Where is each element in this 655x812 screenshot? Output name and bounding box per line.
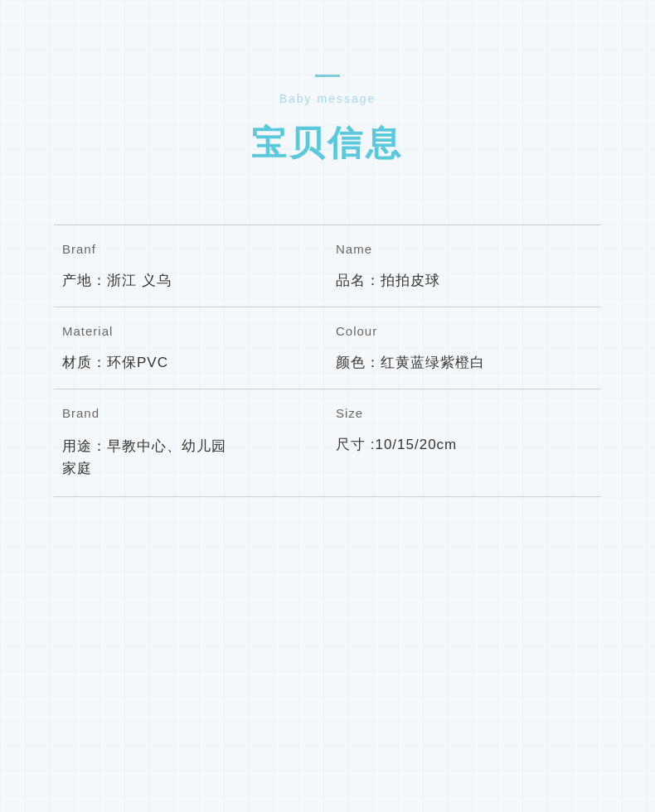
cell-label-brand: Brand (62, 406, 319, 420)
cell-label-colour: Colour (336, 324, 593, 338)
row-content: Material 材质：环保PVC Colour 颜色：红黄蓝绿紫橙白 (54, 307, 601, 389)
cell-branf: Branf 产地：浙江 义乌 (54, 225, 328, 307)
cell-brand: Brand 用途：早教中心、幼儿园家庭 (54, 389, 328, 496)
table-row: Material 材质：环保PVC Colour 颜色：红黄蓝绿紫橙白 (54, 307, 601, 389)
header-section: Baby message 宝贝信息 (0, 0, 655, 191)
header-divider-line (315, 75, 340, 77)
cell-value-product-name: 品名：拍拍皮球 (336, 271, 593, 298)
page-container: Baby message 宝贝信息 Branf 产地：浙江 义乌 Name 品名… (0, 0, 655, 812)
info-table: Branf 产地：浙江 义乌 Name 品名：拍拍皮球 Material 材质：… (54, 225, 601, 497)
cell-label-name: Name (336, 242, 593, 256)
header-subtitle: Baby message (279, 92, 376, 105)
cell-value-usage: 用途：早教中心、幼儿园家庭 (62, 435, 319, 488)
cell-value-colour: 颜色：红黄蓝绿紫橙白 (336, 353, 593, 380)
table-row: Branf 产地：浙江 义乌 Name 品名：拍拍皮球 (54, 225, 601, 307)
cell-value-material: 材质：环保PVC (62, 353, 319, 380)
row-content: Branf 产地：浙江 义乌 Name 品名：拍拍皮球 (54, 225, 601, 307)
cell-value-size: 尺寸 :10/15/20cm (336, 435, 593, 462)
cell-size: Size 尺寸 :10/15/20cm (328, 389, 601, 496)
cell-label-material: Material (62, 324, 319, 338)
cell-material: Material 材质：环保PVC (54, 307, 328, 389)
cell-name: Name 品名：拍拍皮球 (328, 225, 601, 307)
table-row: Brand 用途：早教中心、幼儿园家庭 Size 尺寸 :10/15/20cm (54, 389, 601, 497)
row-content: Brand 用途：早教中心、幼儿园家庭 Size 尺寸 :10/15/20cm (54, 389, 601, 496)
cell-label-branf: Branf (62, 242, 319, 256)
header-title: 宝贝信息 (251, 120, 404, 167)
cell-colour: Colour 颜色：红黄蓝绿紫橙白 (328, 307, 601, 389)
cell-label-size: Size (336, 406, 593, 420)
cell-value-origin: 产地：浙江 义乌 (62, 271, 319, 298)
